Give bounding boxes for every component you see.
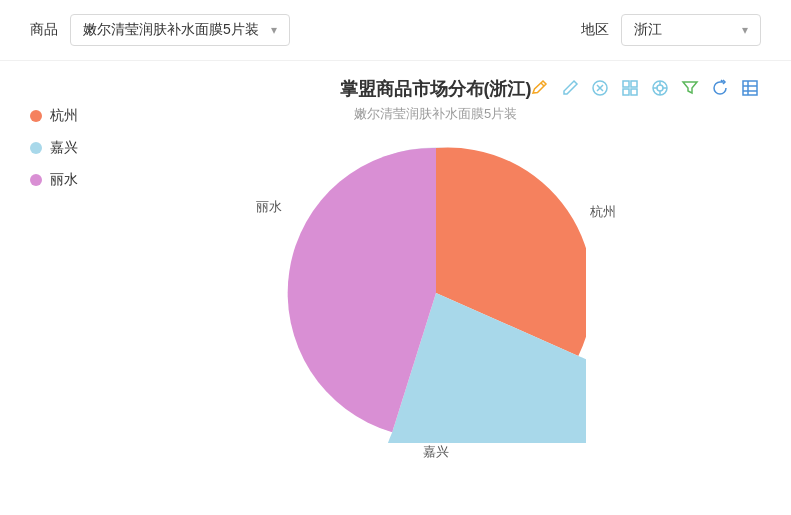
delete-icon[interactable] [589,77,611,99]
pie-chart-container: 杭州 嘉兴 丽水 [286,143,586,443]
legend-label-hangzhou: 杭州 [50,107,78,125]
pie-label-lishui: 丽水 [256,198,282,216]
legend-dot-lishui [30,174,42,186]
edit-icon[interactable] [529,77,551,99]
filter-icon[interactable] [649,77,671,99]
legend-label-jiaxing: 嘉兴 [50,139,78,157]
svg-rect-2 [631,81,637,87]
chart-title: 掌盟商品市场分布(浙江) [340,77,532,101]
grid-icon[interactable] [619,77,641,99]
legend-dot-hangzhou [30,110,42,122]
region-chevron-icon: ▾ [742,23,748,37]
chart-subtitle: 嫩尔清莹润肤补水面膜5片装 [354,105,517,123]
toolbar [529,77,761,99]
legend-item-jiaxing: 嘉兴 [30,139,110,157]
pencil-icon[interactable] [559,77,581,99]
pie-label-hangzhou: 杭州 [590,203,616,221]
product-select[interactable]: 嫩尔清莹润肤补水面膜5片装 ▾ [70,14,290,46]
legend-dot-jiaxing [30,142,42,154]
svg-rect-7 [743,81,757,95]
product-value: 嫩尔清莹润肤补水面膜5片装 [83,21,259,39]
legend: 杭州 嘉兴 丽水 [30,77,110,443]
pie-chart-svg [286,143,586,443]
region-label: 地区 [581,21,609,39]
refresh-icon[interactable] [709,77,731,99]
pie-label-jiaxing: 嘉兴 [423,443,449,461]
svg-point-6 [657,85,663,91]
legend-item-hangzhou: 杭州 [30,107,110,125]
region-select[interactable]: 浙江 ▾ [621,14,761,46]
svg-rect-3 [623,89,629,95]
table-icon[interactable] [739,77,761,99]
region-filter-group: 地区 浙江 ▾ [581,14,761,46]
product-label: 商品 [30,21,58,39]
funnel-icon[interactable] [679,77,701,99]
product-filter-group: 商品 嫩尔清莹润肤补水面膜5片装 ▾ [30,14,290,46]
product-chevron-icon: ▾ [271,23,277,37]
top-bar: 商品 嫩尔清莹润肤补水面膜5片装 ▾ 地区 浙江 ▾ [0,0,791,61]
region-value: 浙江 [634,21,662,39]
chart-area: 掌盟商品市场分布(浙江) 嫩尔清莹润肤补水面膜5片装 [110,77,761,443]
content-area: 杭州 嘉兴 丽水 [0,61,791,443]
svg-rect-4 [631,89,637,95]
svg-rect-1 [623,81,629,87]
legend-label-lishui: 丽水 [50,171,78,189]
legend-item-lishui: 丽水 [30,171,110,189]
